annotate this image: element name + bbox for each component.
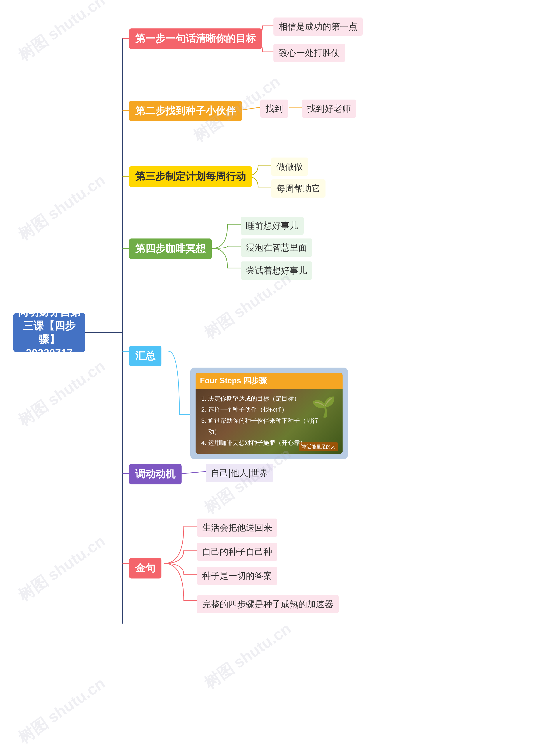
leaf-bedtime: 睡前想好事儿 <box>241 217 304 235</box>
mindmap-container: 树图 shutu.cn 树图 shutu.cn 树图 shutu.cn 树图 s… <box>0 0 560 752</box>
branch-quotes: 金句 <box>129 558 161 578</box>
leaf-motivation-target: 自己|他人|世界 <box>206 464 273 482</box>
watermark-8: 树图 shutu.cn <box>200 618 295 694</box>
leaf-quote1: 生活会把他送回来 <box>197 518 277 537</box>
summary-image-card: Four Steps 四步骤 1. 决定你期望达成的目标（定目标） 2. 选择一… <box>190 368 348 459</box>
watermark-9: 树图 shutu.cn <box>14 673 109 749</box>
branch-step3: 第三步制定计划每周行动 <box>129 166 252 187</box>
leaf-find-teacher: 找到好老师 <box>302 100 356 118</box>
card-item-4: 4. 运用咖啡冥想对种子施肥（开心靠） <box>201 437 318 448</box>
card-title: Four Steps 四步骤 <box>196 373 343 389</box>
branch-summary: 汇总 <box>129 346 161 366</box>
svg-line-11 <box>182 472 206 474</box>
watermark-1: 树图 shutu.cn <box>14 0 109 66</box>
leaf-find: 找到 <box>260 100 288 118</box>
card-item-2: 2. 选择一个种子伙伴（找伙伴） <box>201 404 318 415</box>
root-label: 同明财务营第三课【四步骤】20230717 <box>18 305 81 360</box>
leaf-believe: 相信是成功的第一点 <box>274 18 363 36</box>
watermark-7: 树图 shutu.cn <box>14 531 109 606</box>
leaf-quote3: 种子是一切的答案 <box>197 567 277 585</box>
watermark-3: 树图 shutu.cn <box>14 170 109 245</box>
leaf-weekly: 每周帮助它 <box>271 179 325 198</box>
branch-step1: 第一步一句话清晰你的目标 <box>129 28 262 49</box>
leaf-quote4: 完整的四步骤是种子成熟的加速器 <box>197 595 339 613</box>
card-item-3: 3. 通过帮助你的种子伙伴来种下种子（周行 动） <box>201 415 318 437</box>
leaf-try-good: 尝试着想好事儿 <box>241 261 313 280</box>
card-item-1: 1. 决定你期望达成的目标（定目标） <box>201 393 318 404</box>
leaf-wisdom: 浸泡在智慧里面 <box>241 238 313 257</box>
root-node: 同明财务营第三课【四步骤】20230717 <box>13 313 85 352</box>
leaf-quote2: 自己的种子自己种 <box>197 542 277 561</box>
branch-step4: 第四步咖啡冥想 <box>129 238 212 259</box>
branch-step2: 第二步找到种子小伙伴 <box>129 101 242 121</box>
watermark-5: 树图 shutu.cn <box>14 356 109 431</box>
branch-motivate: 调动动机 <box>129 464 182 484</box>
card-items: 1. 决定你期望达成的目标（定目标） 2. 选择一个种子伙伴（找伙伴） 3. 通… <box>201 393 318 448</box>
leaf-focus: 致心一处打胜仗 <box>274 44 345 62</box>
leaf-do: 做做做 <box>271 158 308 176</box>
